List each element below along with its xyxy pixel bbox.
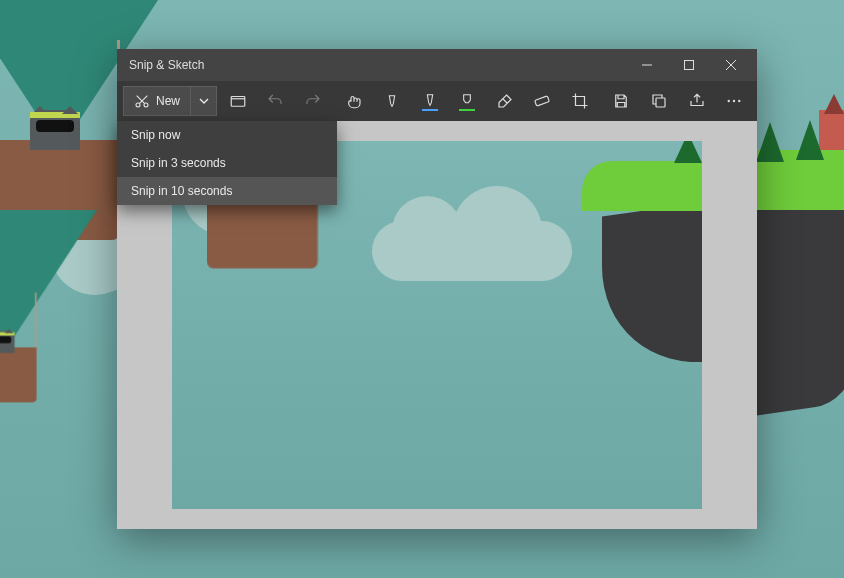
menu-item-snip-10s[interactable]: Snip in 10 seconds	[117, 177, 337, 205]
new-snip-button[interactable]: New	[124, 87, 190, 115]
snip-and-sketch-window: Snip & Sketch New	[117, 49, 757, 529]
crop-button[interactable]	[563, 86, 597, 116]
undo-button[interactable]	[259, 86, 293, 116]
menu-item-snip-3s[interactable]: Snip in 3 seconds	[117, 149, 337, 177]
canvas-illustration	[582, 161, 702, 361]
new-snip-split-button[interactable]: New	[123, 86, 217, 116]
chevron-down-icon	[199, 96, 209, 106]
save-button[interactable]	[605, 86, 639, 116]
svg-point-7	[733, 100, 735, 102]
more-button[interactable]	[717, 86, 751, 116]
pencil-button[interactable]	[413, 86, 447, 116]
minimize-button[interactable]	[633, 51, 661, 79]
canvas-illustration	[372, 221, 572, 281]
new-snip-label: New	[156, 94, 180, 108]
title-bar[interactable]: Snip & Sketch	[117, 49, 757, 81]
menu-item-snip-now[interactable]: Snip now	[117, 121, 337, 149]
window-controls	[633, 51, 751, 79]
svg-rect-5	[656, 98, 665, 107]
open-file-button[interactable]	[221, 86, 255, 116]
bg-balloon-small	[0, 210, 97, 353]
svg-rect-0	[685, 61, 694, 70]
new-snip-dropdown-button[interactable]	[190, 87, 216, 115]
touch-writing-button[interactable]	[338, 86, 372, 116]
new-snip-dropdown-menu: Snip now Snip in 3 seconds Snip in 10 se…	[117, 121, 337, 205]
svg-rect-3	[231, 97, 245, 107]
pencil-icon	[422, 92, 438, 111]
ballpoint-pen-button[interactable]	[375, 86, 409, 116]
toolbar: New	[117, 81, 757, 121]
share-button[interactable]	[680, 86, 714, 116]
svg-point-6	[728, 100, 730, 102]
ruler-button[interactable]	[526, 86, 560, 116]
eraser-button[interactable]	[488, 86, 522, 116]
redo-button[interactable]	[296, 86, 330, 116]
close-button[interactable]	[717, 51, 745, 79]
maximize-button[interactable]	[675, 51, 703, 79]
copy-button[interactable]	[642, 86, 676, 116]
highlighter-button[interactable]	[450, 86, 484, 116]
svg-rect-4	[535, 96, 550, 106]
highlighter-icon	[459, 92, 475, 111]
snip-icon	[134, 93, 150, 109]
window-title: Snip & Sketch	[129, 58, 204, 72]
svg-point-8	[738, 100, 740, 102]
